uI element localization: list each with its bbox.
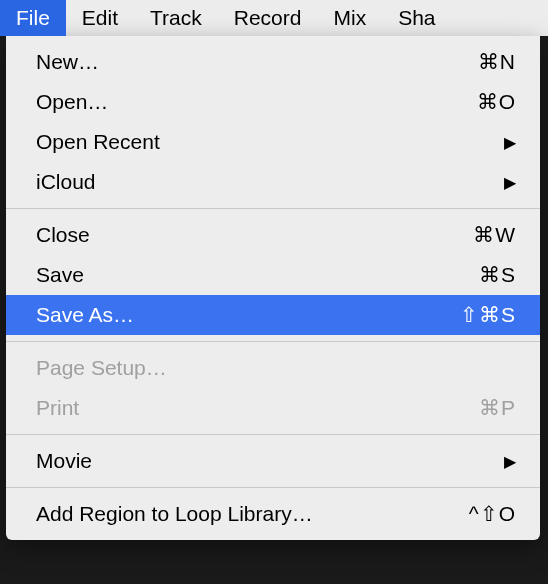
menu-separator [6,341,540,342]
menu-item-add-region[interactable]: Add Region to Loop Library… ^⇧O [6,494,540,534]
menu-item-save[interactable]: Save ⌘S [6,255,540,295]
menubar-item-track[interactable]: Track [134,0,218,36]
menu-item-new[interactable]: New… ⌘N [6,42,540,82]
menu-item-open-recent[interactable]: Open Recent ▶ [6,122,540,162]
menubar-item-share[interactable]: Sha [382,0,451,36]
menubar-item-edit[interactable]: Edit [66,0,134,36]
menu-item-shortcut: ⌘N [478,50,516,74]
file-menu-dropdown: New… ⌘N Open… ⌘O Open Recent ▶ iCloud ▶ … [6,36,540,540]
menu-item-shortcut: ⌘S [479,263,516,287]
menu-item-shortcut: ^⇧O [469,502,516,526]
menu-item-movie[interactable]: Movie ▶ [6,441,540,481]
chevron-right-icon: ▶ [504,133,516,152]
menu-item-open[interactable]: Open… ⌘O [6,82,540,122]
menu-item-close[interactable]: Close ⌘W [6,215,540,255]
menu-item-label: New… [36,50,478,74]
menu-item-shortcut: ⇧⌘S [460,303,516,327]
menu-item-print: Print ⌘P [6,388,540,428]
menu-item-label: Close [36,223,473,247]
chevron-right-icon: ▶ [504,173,516,192]
menu-item-label: Save As… [36,303,460,327]
menu-item-save-as[interactable]: Save As… ⇧⌘S [6,295,540,335]
menu-item-label: Page Setup… [36,356,516,380]
menu-item-shortcut: ⌘O [477,90,516,114]
menubar: File Edit Track Record Mix Sha [0,0,548,36]
menu-item-page-setup: Page Setup… [6,348,540,388]
menu-item-shortcut: ⌘W [473,223,516,247]
menu-item-label: iCloud [36,170,504,194]
menubar-item-file[interactable]: File [0,0,66,36]
menu-item-label: Movie [36,449,504,473]
chevron-right-icon: ▶ [504,452,516,471]
menubar-item-record[interactable]: Record [218,0,318,36]
menu-item-shortcut: ⌘P [479,396,516,420]
menu-item-label: Open Recent [36,130,504,154]
menu-separator [6,487,540,488]
menu-item-label: Print [36,396,479,420]
menu-separator [6,434,540,435]
menu-item-icloud[interactable]: iCloud ▶ [6,162,540,202]
menu-item-label: Open… [36,90,477,114]
menu-item-label: Add Region to Loop Library… [36,502,469,526]
menu-separator [6,208,540,209]
menu-item-label: Save [36,263,479,287]
menubar-item-mix[interactable]: Mix [317,0,382,36]
